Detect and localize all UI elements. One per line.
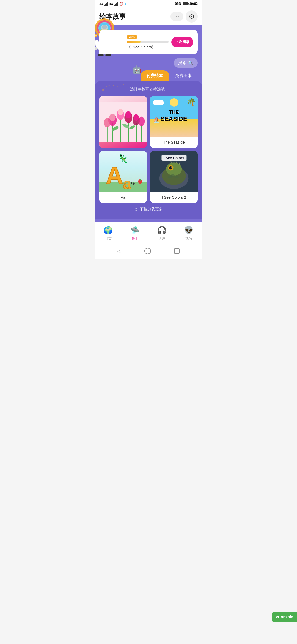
tabs-area: 🤖 付费绘本 免费绘本 xyxy=(95,68,202,81)
svg-point-63 xyxy=(174,176,178,178)
seaside-boat-icon: ⛵ xyxy=(153,116,160,123)
svg-point-64 xyxy=(168,176,172,178)
book-card-aa[interactable]: 🦎 A a xyxy=(99,151,147,203)
recents-button[interactable] xyxy=(174,248,180,254)
book-title-colors2: I See Colors 2 xyxy=(150,192,198,203)
reading-progress-info: 33% 《I See Colors》 xyxy=(127,34,171,50)
search-row: 搜索 🔍 xyxy=(95,54,202,68)
robot-icon: 🤖 xyxy=(132,65,142,74)
colors2-badge: I See Colors xyxy=(161,155,186,161)
aa-monster-icon: 🦎 xyxy=(118,154,128,163)
reading-card: 33% 《I See Colors》 上次阅读 xyxy=(99,30,198,54)
tab-free-button[interactable]: 免费绘本 xyxy=(169,70,198,81)
home-system-button[interactable] xyxy=(144,248,151,254)
seaside-tree-icon: 🌴 xyxy=(187,97,196,107)
book-cover-flowers xyxy=(99,96,147,148)
nav-item-books[interactable]: 🛸 绘本 xyxy=(127,224,143,242)
search-label: 搜索 xyxy=(178,60,186,66)
recents-square-icon xyxy=(174,248,180,254)
book-title-aa: Aa xyxy=(99,192,147,203)
progress-book-title: 《I See Colors》 xyxy=(127,45,156,49)
clock: 10:02 xyxy=(189,2,198,6)
more-options-button[interactable]: ··· xyxy=(170,12,183,21)
status-right-area: 98% 10:02 xyxy=(175,2,198,6)
svg-point-22 xyxy=(102,89,104,91)
seaside-sun-icon xyxy=(170,98,178,107)
signal2-icon xyxy=(114,2,118,6)
seaside-title-overlay: THE SEASIDE xyxy=(161,110,187,122)
back-icon: ◁ xyxy=(117,248,121,254)
status-bar: 4G 4G ⏰ ● 98% 10:02 xyxy=(95,0,202,7)
home-circle-icon xyxy=(144,248,151,254)
battery-icon xyxy=(183,2,188,5)
seaside-cloud-icon xyxy=(153,100,164,105)
svg-point-35 xyxy=(125,111,131,118)
seaside-the-text: THE xyxy=(161,110,187,115)
record-dot xyxy=(191,16,193,17)
progress-bar-wrap xyxy=(127,41,169,43)
main-content: 33% 《I See Colors》 上次阅读 搜索 🔍 🤖 付费绘本 免费绘本… xyxy=(95,25,202,222)
svg-point-31 xyxy=(109,114,116,121)
book-title-seaside: The Seaside xyxy=(150,137,198,148)
progress-label: 33% xyxy=(127,35,137,39)
book-cover-aa: 🦎 A a xyxy=(99,151,147,192)
book-card-colors2[interactable]: I See Colors xyxy=(150,151,198,203)
progress-bar-fill xyxy=(127,41,141,43)
svg-text:A: A xyxy=(106,162,123,189)
record-button[interactable] xyxy=(186,10,198,23)
tab-paid-button[interactable]: 付费绘本 xyxy=(141,70,169,81)
load-more-hint: ☺ 下拉加载更多 xyxy=(99,203,198,214)
signal2-label: 4G xyxy=(109,2,113,6)
search-icon: 🔍 xyxy=(188,61,193,66)
nav-item-home[interactable]: 🌍 首页 xyxy=(100,224,117,242)
nav-label-home: 首页 xyxy=(105,236,112,241)
signal1-label: 4G xyxy=(99,2,103,6)
svg-point-37 xyxy=(134,114,139,121)
svg-point-48 xyxy=(131,182,132,184)
svg-point-47 xyxy=(133,182,135,185)
book-card-flowers[interactable]: Who Loves Flowers xyxy=(99,96,147,148)
seaside-seaside-text: SEASIDE xyxy=(161,115,187,122)
load-more-icon: ☺ xyxy=(134,207,138,211)
system-nav-bar: ◁ xyxy=(95,245,202,259)
deco-path-illustration xyxy=(100,81,128,92)
record-icon xyxy=(189,14,194,19)
signal1-icon xyxy=(104,2,108,6)
battery-percent: 98% xyxy=(175,2,182,6)
reading-card-wrapper: 33% 《I See Colors》 上次阅读 xyxy=(95,25,202,54)
signal-area: 4G 4G ⏰ ● xyxy=(99,2,127,6)
book-card-seaside[interactable]: 🌴 THE SEASIDE ⛵ The Seaside xyxy=(150,96,198,148)
svg-point-57 xyxy=(171,167,172,168)
book-cover-seaside: 🌴 THE SEASIDE ⛵ xyxy=(150,96,198,137)
nav-label-mine: 我的 xyxy=(185,236,192,241)
nav-item-mine[interactable]: 👽 我的 xyxy=(180,224,197,242)
nav-label-books: 绘本 xyxy=(132,236,138,241)
book-grid: Who Loves Flowers 🌴 THE SEASIDE ⛵ The Se… xyxy=(99,96,198,203)
nav-label-lectures: 讲座 xyxy=(159,236,165,241)
svg-point-6 xyxy=(102,25,107,29)
back-button[interactable]: ◁ xyxy=(117,248,121,254)
load-more-text: 下拉加载更多 xyxy=(140,207,163,212)
svg-text:a: a xyxy=(123,176,131,192)
svg-rect-50 xyxy=(140,179,141,181)
nav-item-lectures[interactable]: 🎧 讲座 xyxy=(154,224,170,242)
books-icon: 🛸 xyxy=(130,225,141,236)
svg-point-38 xyxy=(104,118,110,128)
lectures-icon: 🎧 xyxy=(156,225,167,236)
book-cover-colors2: I See Colors xyxy=(150,151,198,192)
home-icon: 🌍 xyxy=(103,225,114,236)
svg-point-39 xyxy=(138,117,145,126)
last-read-button[interactable]: 上次阅读 xyxy=(171,37,193,47)
alarm-icon: ⏰ xyxy=(119,2,123,6)
nav-actions: ··· xyxy=(170,10,198,23)
search-button[interactable]: 搜索 🔍 xyxy=(174,58,198,68)
book-panel: 选择年龄可以筛选哦~ xyxy=(95,81,202,219)
svg-point-33 xyxy=(118,109,123,115)
bottom-nav: 🌍 首页 🛸 绘本 🎧 讲座 👽 我的 xyxy=(95,222,202,245)
mine-icon: 👽 xyxy=(183,225,194,236)
vpn-icon: ● xyxy=(124,2,127,6)
